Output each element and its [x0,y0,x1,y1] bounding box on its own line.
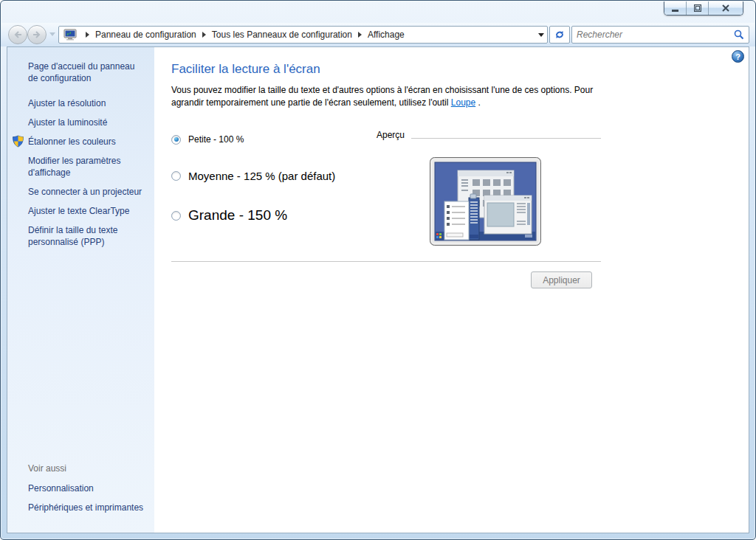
search-icon[interactable] [734,30,744,40]
option-small-label: Petite - 100 % [188,134,244,145]
breadcrumb-control-panel[interactable]: Panneau de configuration [95,30,196,40]
control-panel-window: Panneau de configuration Tous les Pannea… [0,0,756,540]
breadcrumb-all-items[interactable]: Tous les Panneaux de configuration [212,30,352,40]
page-title: Faciliter la lecture à l'écran [171,62,320,77]
minimize-button[interactable] [664,1,687,15]
back-button[interactable] [8,25,27,44]
breadcrumb-separator-icon [86,32,89,38]
sidebar-item-label: Étalonner les couleurs [28,136,116,147]
refresh-icon [554,30,565,40]
sidebar: Page d'accueil du panneau de configurati… [7,47,154,533]
preview-divider [411,138,601,139]
sidebar-item-calibrate-colors[interactable]: Étalonner les couleurs [28,136,147,148]
sidebar-item-resolution[interactable]: Ajuster la résolution [28,97,147,109]
help-icon: ? [735,52,740,61]
option-large-label: Grande - 150 % [188,207,287,224]
sidebar-item-devices-printers[interactable]: Périphériques et imprimantes [28,502,147,513]
maximize-button[interactable] [687,1,709,15]
help-button[interactable]: ? [732,50,744,63]
breadcrumb-separator-icon [358,32,362,38]
forward-arrow-icon [32,31,41,38]
apply-button[interactable]: Appliquer [531,271,592,288]
content-divider [171,261,601,262]
recent-pages-chevron-icon[interactable] [49,32,55,36]
description-suffix: . [475,97,481,108]
see-also-section: Voir aussi Personnalisation Périphérique… [28,463,147,521]
title-bar[interactable] [1,1,755,23]
address-bar[interactable]: Panneau de configuration Tous les Pannea… [58,26,548,44]
sidebar-item-display-settings[interactable]: Modifier les paramètres d'affichage [28,155,147,179]
sidebar-item-cleartype[interactable]: Ajuster le texte ClearType [28,205,147,217]
breadcrumb-separator-icon [202,32,206,38]
client-area: Page d'accueil du panneau de configurati… [7,46,749,533]
maximize-icon [694,4,701,12]
radio-small[interactable] [171,135,181,145]
close-icon [722,4,729,12]
close-button[interactable] [709,1,743,15]
loupe-link[interactable]: Loupe [451,97,475,108]
option-medium-label: Moyenne - 125 % (par défaut) [188,170,335,182]
main-content: ? Faciliter la lecture à l'écran Vous po… [154,47,749,533]
see-also-heading: Voir aussi [28,463,147,474]
page-description: Vous pouvez modifier la taille du texte … [171,84,598,109]
sidebar-item-home[interactable]: Page d'accueil du panneau de configurati… [28,60,147,84]
search-input[interactable] [577,30,734,40]
option-small[interactable]: Petite - 100 % [171,134,244,145]
option-medium[interactable]: Moyenne - 125 % (par défaut) [171,170,335,182]
navigation-toolbar: Panneau de configuration Tous les Pannea… [1,23,755,46]
display-icon [63,29,77,41]
window-controls [664,1,743,15]
sidebar-item-projector[interactable]: Se connecter à un projecteur [28,186,147,198]
refresh-button[interactable] [549,26,570,44]
uac-shield-icon [12,135,24,148]
address-dropdown-icon[interactable] [538,33,544,37]
search-box [571,26,749,44]
breadcrumb-display[interactable]: Affichage [368,30,405,40]
display-preview-image [430,157,541,246]
sidebar-item-brightness[interactable]: Ajuster la luminosité [28,117,147,128]
sidebar-item-personalization[interactable]: Personnalisation [28,482,147,494]
preview-label: Aperçu [377,130,405,140]
back-arrow-icon [13,31,22,38]
radio-medium[interactable] [171,171,181,181]
description-text: Vous pouvez modifier la taille du texte … [171,85,593,108]
radio-large[interactable] [171,211,181,221]
sidebar-item-custom-dpi[interactable]: Définir la taille du texte personnalisé … [28,224,147,248]
minimize-icon [672,5,679,12]
forward-button[interactable] [27,25,47,44]
option-large[interactable]: Grande - 150 % [171,207,287,224]
